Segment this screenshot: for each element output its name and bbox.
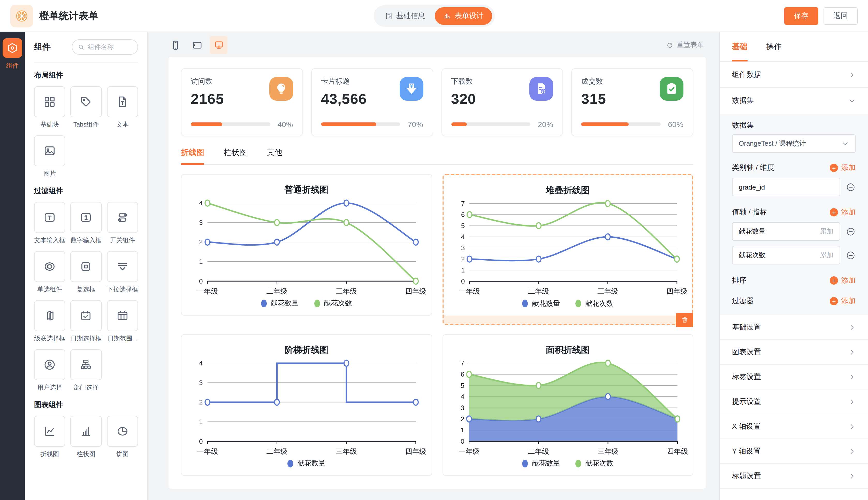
stat-card-visits[interactable]: 访问数 2165 40% xyxy=(181,68,303,136)
value-axis-label: 值轴 / 指标 xyxy=(732,208,767,217)
component-item-tabs[interactable]: Tabs组件 xyxy=(70,86,102,129)
svg-text:一年级: 一年级 xyxy=(197,447,218,455)
plus-circle-icon: + xyxy=(830,208,838,216)
svg-text:三年级: 三年级 xyxy=(336,447,357,455)
chart-step-line[interactable]: 阶梯折线图 01234一年级二年级三年级四年级 献花数量 xyxy=(181,334,432,476)
selected-component-outline[interactable]: 堆叠折线图 01234567一年级二年级三年级四年级 献花数量献花次数 xyxy=(442,174,693,325)
dropdown-icon xyxy=(116,260,129,273)
chevron-right-icon xyxy=(848,473,856,480)
search-input[interactable] xyxy=(88,43,132,50)
add-filter-button[interactable]: + 添加 xyxy=(830,296,856,306)
chevron-right-icon xyxy=(848,323,856,331)
component-item-cascade[interactable]: 级联选择框 xyxy=(34,300,65,343)
svg-text:7: 7 xyxy=(460,359,464,367)
svg-text:4: 4 xyxy=(199,199,203,207)
settings-row-tooltip[interactable]: 提示设置 xyxy=(720,389,868,414)
chart-stacked-line[interactable]: 堆叠折线图 01234567一年级二年级三年级四年级 献花数量献花次数 xyxy=(443,175,692,315)
tab-inspector-action[interactable]: 操作 xyxy=(766,32,782,61)
component-item-dept-picker[interactable]: 部门选择 xyxy=(70,349,102,392)
svg-text:四年级: 四年级 xyxy=(666,287,687,295)
svg-text:6: 6 xyxy=(460,370,464,378)
chevron-down-icon xyxy=(842,140,849,147)
aggregation-badge: 累加 xyxy=(820,227,833,236)
svg-text:1: 1 xyxy=(199,258,203,265)
reset-form-button[interactable]: 重置表单 xyxy=(666,40,704,49)
component-item-switch[interactable]: 开关组件 xyxy=(107,202,138,245)
chart-area-line[interactable]: 面积折线图 01234567一年级二年级三年级四年级 献花数量献花次数 xyxy=(442,334,693,476)
chart-normal-line[interactable]: 普通折线图 01234一年级二年级三年级四年级 献花数量献花次数 xyxy=(181,174,432,316)
svg-text:3: 3 xyxy=(461,244,465,252)
stat-card-downloads[interactable]: 下载数 320 20% xyxy=(441,68,563,136)
component-item-select[interactable]: 下拉选择框 xyxy=(107,251,138,294)
settings-row-label[interactable]: 标签设置 xyxy=(720,365,868,389)
remove-circle-icon[interactable] xyxy=(846,227,856,236)
svg-text:二年级: 二年级 xyxy=(528,447,549,455)
component-item-radio[interactable]: 单选组件 xyxy=(34,251,65,294)
component-search[interactable] xyxy=(72,39,138,55)
device-desktop-button[interactable] xyxy=(210,36,227,54)
delete-component-button[interactable] xyxy=(676,313,693,327)
settings-row-basic[interactable]: 基础设置 xyxy=(720,315,868,340)
component-item-basic-block[interactable]: 基础块 xyxy=(34,86,65,129)
grid-icon xyxy=(43,95,56,109)
remove-circle-icon[interactable] xyxy=(846,182,856,192)
tab-inspector-basic[interactable]: 基础 xyxy=(732,32,747,61)
svg-text:一年级: 一年级 xyxy=(197,287,218,295)
settings-row-chart[interactable]: 图表设置 xyxy=(720,340,868,365)
metric-field[interactable]: 献花次数 累加 xyxy=(732,246,840,264)
settings-row-yaxis[interactable]: Y 轴设置 xyxy=(720,439,868,464)
checkbox-icon xyxy=(79,260,93,273)
component-item-text-input[interactable]: 文本输入框 xyxy=(34,202,65,245)
image-icon xyxy=(43,144,56,158)
component-item-pie-chart[interactable]: 饼图 xyxy=(107,416,138,459)
add-metric-button[interactable]: + 添加 xyxy=(830,208,856,217)
component-item-number-input[interactable]: 数字输入框 xyxy=(70,202,102,245)
row-dataset[interactable]: 数据集 xyxy=(720,88,868,114)
svg-text:3: 3 xyxy=(199,379,203,386)
text-input-icon xyxy=(43,211,56,224)
tab-basic-info[interactable]: 基础信息 xyxy=(376,7,433,24)
stacked-line-chart-canvas: 01234567一年级二年级三年级四年级 xyxy=(448,196,687,298)
add-dimension-button[interactable]: + 添加 xyxy=(830,163,856,172)
chart-legend: 献花数量 xyxy=(187,458,426,472)
metric-field[interactable]: 献花数量 累加 xyxy=(732,222,840,241)
search-icon xyxy=(78,43,85,50)
tab-other-charts[interactable]: 其他 xyxy=(267,148,282,164)
component-item-user-picker[interactable]: 用户选择 xyxy=(34,349,65,392)
component-item-line-chart[interactable]: 折线图 xyxy=(34,416,65,459)
dataset-select[interactable]: OrangeTest / 课程统计 xyxy=(732,134,856,153)
save-button[interactable]: 保存 xyxy=(784,7,819,24)
stat-card-title[interactable]: 卡片标题 43,566 ¥ 70% xyxy=(311,68,433,136)
component-item-checkbox[interactable]: 复选框 xyxy=(70,251,102,294)
charts-grid: 普通折线图 01234一年级二年级三年级四年级 献花数量献花次数 堆叠折线图 0… xyxy=(181,174,693,476)
component-item-image[interactable]: 图片 xyxy=(34,135,65,178)
chevron-right-icon xyxy=(848,423,856,430)
back-button[interactable]: 返回 xyxy=(824,7,858,24)
svg-text:2: 2 xyxy=(461,255,465,263)
settings-row-xaxis[interactable]: X 轴设置 xyxy=(720,414,868,439)
tab-form-design[interactable]: 表单设计 xyxy=(435,7,492,24)
settings-row-title[interactable]: 标题设置 xyxy=(720,464,868,489)
header-segmented-nav: 基础信息 表单设计 xyxy=(374,5,494,26)
device-tablet-button[interactable] xyxy=(188,36,206,54)
remove-circle-icon[interactable] xyxy=(846,250,856,260)
svg-text:4: 4 xyxy=(461,233,465,241)
doc-edit-icon xyxy=(385,12,393,20)
svg-text:2: 2 xyxy=(460,415,464,422)
tab-line-charts[interactable]: 折线图 xyxy=(181,148,204,164)
bar-chart-icon xyxy=(443,12,451,20)
component-item-date-range[interactable]: 日期范围... xyxy=(107,300,138,343)
dimension-field[interactable]: grade_id xyxy=(732,178,840,196)
component-item-text[interactable]: 文本 xyxy=(107,86,138,129)
app-root: 橙单统计表单 基础信息 表单设计 保存 返回 组件 组 xyxy=(0,0,868,500)
svg-text:0: 0 xyxy=(199,277,203,285)
device-phone-button[interactable] xyxy=(166,36,184,54)
tab-bar-charts[interactable]: 柱状图 xyxy=(224,148,247,164)
rail-item-components[interactable] xyxy=(3,38,22,58)
component-item-bar-chart[interactable]: 柱状图 xyxy=(70,416,102,459)
page-title: 橙单统计表单 xyxy=(39,9,98,22)
stat-card-deals[interactable]: 成交数 315 60% xyxy=(571,68,693,136)
component-item-date-picker[interactable]: 日期选择框 xyxy=(70,300,102,343)
row-component-data[interactable]: 组件数据 xyxy=(720,62,868,88)
add-sort-button[interactable]: + 添加 xyxy=(830,276,856,285)
